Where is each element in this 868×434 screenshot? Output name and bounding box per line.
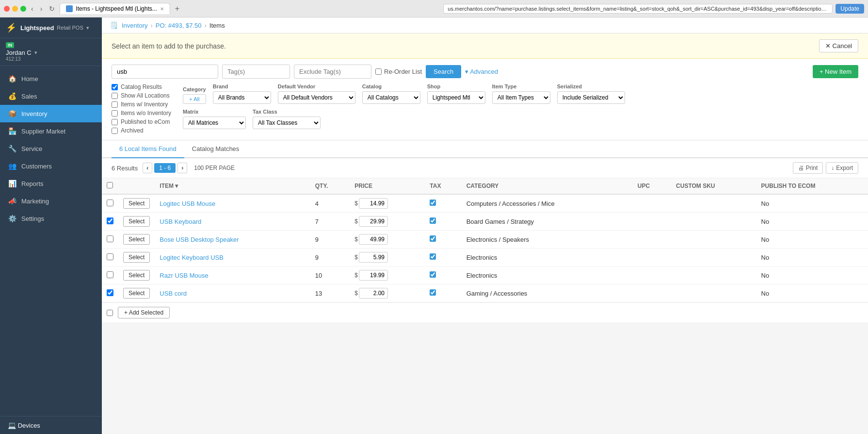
- archived-input[interactable]: [112, 128, 118, 134]
- breadcrumb-sep-2: ›: [205, 22, 207, 29]
- search-button[interactable]: Search: [426, 65, 461, 78]
- items-table: ITEM ▾ QTY. PRICE TAX CATEGORY UPC CUSTO…: [102, 178, 868, 302]
- row-select-button-1[interactable]: Select: [123, 216, 150, 227]
- shop-select[interactable]: Lightspeed Mtl: [427, 91, 485, 104]
- row-item-link-2[interactable]: Bose USB Desktop Speaker: [160, 236, 239, 243]
- row-publish-cell: No: [756, 213, 868, 231]
- exclude-tags-input[interactable]: [294, 65, 371, 79]
- row-select-button-4[interactable]: Select: [123, 270, 150, 281]
- browser-tab[interactable]: Items - Lightspeed Mtl (Lights... ✕: [60, 3, 170, 14]
- minimize-dot[interactable]: [12, 6, 18, 12]
- row-tax-checkbox-0[interactable]: [430, 200, 436, 206]
- next-page-button[interactable]: ›: [177, 163, 187, 173]
- row-item-link-5[interactable]: USB cord: [160, 290, 187, 297]
- new-tab-button[interactable]: +: [172, 3, 182, 14]
- row-price-field-4[interactable]: [359, 270, 388, 281]
- serialized-select[interactable]: Include Serialized: [557, 91, 625, 104]
- add-selected-button[interactable]: + Add Selected: [118, 307, 170, 318]
- row-item-link-3[interactable]: Logitec Keyboard USB: [160, 254, 224, 261]
- published-ecom-checkbox[interactable]: Published to eCom: [112, 118, 171, 125]
- sidebar-item-reports[interactable]: 📊 Reports: [0, 175, 102, 192]
- catalog-select[interactable]: All Catalogs: [362, 91, 420, 104]
- row-checkbox-3[interactable]: [107, 253, 113, 260]
- show-all-locations-checkbox[interactable]: Show All Locations: [112, 92, 171, 99]
- sidebar-item-inventory[interactable]: 📦 Inventory: [0, 105, 102, 122]
- row-select-button-5[interactable]: Select: [123, 288, 150, 299]
- sidebar-item-service[interactable]: 🔧 Service: [0, 140, 102, 157]
- row-tax-checkbox-3[interactable]: [430, 253, 436, 260]
- catalog-results-input[interactable]: [112, 84, 118, 90]
- row-price-field-0[interactable]: [359, 198, 388, 209]
- row-select-button-3[interactable]: Select: [123, 252, 150, 263]
- search-input[interactable]: [112, 65, 218, 79]
- select-all-checkbox[interactable]: [107, 182, 113, 188]
- row-checkbox-2[interactable]: [107, 235, 113, 242]
- new-item-button[interactable]: + New Item: [813, 65, 858, 78]
- row-checkbox-0[interactable]: [107, 200, 113, 206]
- sidebar-item-home[interactable]: 🏠 Home: [0, 70, 102, 87]
- row-item-link-1[interactable]: USB Keyboard: [160, 218, 201, 225]
- items-without-inventory-checkbox[interactable]: Items w/o Inventory: [112, 110, 171, 117]
- row-tax-checkbox-4[interactable]: [430, 271, 436, 278]
- row-price-field-1[interactable]: [359, 216, 388, 227]
- archived-checkbox[interactable]: Archived: [112, 127, 171, 134]
- sidebar-item-sales[interactable]: 💰 Sales: [0, 87, 102, 105]
- row-custom-sku-cell: [671, 231, 756, 249]
- checkboxes-group: Catalog Results Show All Locations Items…: [112, 83, 171, 134]
- category-add-all-button[interactable]: + All: [183, 94, 206, 104]
- row-checkbox-1[interactable]: [107, 217, 113, 224]
- sidebar-footer[interactable]: 💻 Devices: [0, 416, 102, 434]
- sidebar-item-settings[interactable]: ⚙️ Settings: [0, 210, 102, 227]
- published-ecom-input[interactable]: [112, 119, 118, 125]
- back-button[interactable]: ‹: [29, 4, 35, 14]
- row-price-field-2[interactable]: [359, 234, 388, 245]
- maximize-dot[interactable]: [20, 6, 26, 12]
- row-select-button-2[interactable]: Select: [123, 234, 150, 245]
- local-items-tab[interactable]: 6 Local Items Found: [112, 140, 184, 158]
- breadcrumb-po[interactable]: PO: #493, $7.50: [156, 22, 202, 29]
- sidebar-item-supplier-market[interactable]: 🏪 Supplier Market: [0, 122, 102, 140]
- reorder-checkbox[interactable]: [375, 68, 382, 75]
- catalog-matches-tab[interactable]: Catalog Matches: [184, 140, 247, 158]
- tab-close-icon[interactable]: ✕: [160, 6, 164, 12]
- row-price-input: $: [354, 216, 420, 227]
- reload-button[interactable]: ↻: [47, 4, 57, 14]
- row-checkbox-5[interactable]: [107, 289, 113, 296]
- cancel-button[interactable]: ✕ Cancel: [819, 39, 858, 52]
- row-checkbox-4[interactable]: [107, 271, 113, 278]
- add-selected-checkbox[interactable]: [107, 310, 113, 316]
- tags-input[interactable]: [222, 65, 290, 79]
- tax-class-select[interactable]: All Tax Classes: [253, 117, 321, 129]
- address-bar[interactable]: us.merchantos.com/?name=purchase.listing…: [443, 4, 833, 14]
- row-select-cell: Select: [118, 231, 155, 249]
- print-button[interactable]: 🖨 Print: [793, 162, 823, 174]
- local-items-tab-label: 6 Local Items Found: [119, 145, 177, 152]
- forward-button[interactable]: ›: [38, 4, 45, 14]
- item-type-select[interactable]: All Item Types: [492, 91, 550, 104]
- vendor-select[interactable]: All Default Vendors: [278, 91, 355, 104]
- update-button[interactable]: Update: [836, 4, 864, 14]
- row-tax-checkbox-5[interactable]: [430, 289, 436, 296]
- export-button[interactable]: ↓ Export: [826, 162, 858, 174]
- brand-select[interactable]: All Brands: [213, 91, 271, 104]
- reorder-label[interactable]: Re-Order List: [375, 68, 422, 75]
- prev-page-button[interactable]: ‹: [143, 163, 152, 173]
- sidebar-item-customers[interactable]: 👥 Customers: [0, 157, 102, 175]
- row-price-field-3[interactable]: [359, 252, 388, 263]
- breadcrumb-inventory[interactable]: Inventory: [122, 22, 147, 29]
- row-price-field-5[interactable]: [359, 288, 388, 299]
- row-tax-checkbox-1[interactable]: [430, 217, 436, 224]
- row-item-link-4[interactable]: Razr USB Mouse: [160, 272, 208, 279]
- close-dot[interactable]: [4, 6, 10, 12]
- show-all-locations-input[interactable]: [112, 93, 118, 99]
- matrix-select[interactable]: All Matrices: [183, 117, 246, 129]
- catalog-results-checkbox[interactable]: Catalog Results: [112, 83, 171, 90]
- items-with-inventory-checkbox[interactable]: Items w/ Inventory: [112, 101, 171, 108]
- sidebar-item-marketing[interactable]: 📣 Marketing: [0, 192, 102, 210]
- items-without-inventory-input[interactable]: [112, 110, 118, 117]
- advanced-button[interactable]: ▾ Advanced: [465, 68, 498, 75]
- items-with-inventory-input[interactable]: [112, 101, 118, 108]
- row-select-button-0[interactable]: Select: [123, 198, 150, 209]
- row-tax-checkbox-2[interactable]: [430, 235, 436, 242]
- row-item-link-0[interactable]: Logitec USB Mouse: [160, 200, 215, 207]
